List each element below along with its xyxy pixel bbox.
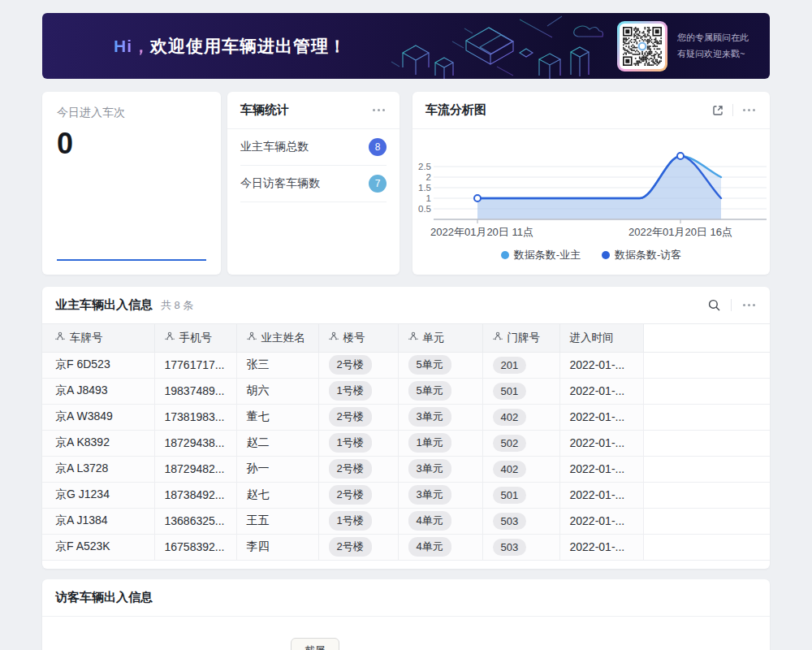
table-row[interactable]: 京A W384917381983...董七2号楼3单元4022022-01-..…: [42, 404, 770, 430]
tag: 2号楼: [329, 485, 372, 505]
cell-building: 1号楼: [318, 508, 398, 534]
table-row[interactable]: 京A J138413686325...王五1号楼4单元5032022-01-..…: [42, 508, 770, 534]
cell-building: 1号楼: [318, 430, 398, 456]
banner-title: Hi，欢迎使用车辆进出管理！: [114, 35, 347, 58]
tag: 2号楼: [329, 355, 372, 375]
vehicle-stats-card: 车辆统计 业主车辆总数8今日访客车辆数7: [227, 92, 400, 275]
hierarchy-icon: [165, 332, 175, 344]
cell-phone: 13686325...: [154, 508, 236, 534]
cell-phone: 16758392...: [154, 534, 236, 560]
cell-filler: [643, 404, 770, 430]
cell-door: 201: [482, 352, 559, 378]
cell-door: 501: [482, 482, 559, 508]
cell-entry-time: 2022-01-...: [559, 482, 643, 508]
tag: 5单元: [408, 381, 451, 401]
cell-plate: 京F 6D523: [42, 352, 154, 378]
cell-filler: [643, 508, 770, 534]
stat-row: 业主车辆总数8: [240, 129, 387, 166]
table-row[interactable]: 京G J123418738492...赵七2号楼3单元5012022-01-..…: [42, 482, 770, 508]
column-header-1[interactable]: 车牌号: [42, 324, 154, 352]
svg-text:2.5: 2.5: [418, 162, 431, 171]
banner-illustration: [367, 13, 635, 79]
table-row[interactable]: 京A J849319837489...胡六1号楼5单元5012022-01-..…: [42, 378, 770, 404]
banner-greeting-text: 欢迎使用车辆进出管理！: [150, 37, 347, 55]
cell-plate: 京A L3728: [42, 456, 154, 482]
cell-plate: 京A J1384: [42, 508, 154, 534]
cell-owner-name: 王五: [236, 508, 318, 534]
tag: 3单元: [408, 459, 451, 479]
more-menu-icon[interactable]: [371, 106, 387, 115]
tag: 503: [493, 539, 527, 556]
cell-unit: 3单元: [398, 482, 482, 508]
tag: 402: [493, 409, 527, 426]
cell-entry-time: 2022-01-...: [559, 456, 643, 482]
legend-item[interactable]: 数据条数-访客: [602, 248, 681, 262]
cell-filler: [643, 534, 770, 560]
cell-phone: 18729482...: [154, 456, 236, 482]
tag: 2号楼: [329, 537, 372, 557]
cell-door: 503: [482, 534, 559, 560]
cell-building: 1号楼: [318, 378, 398, 404]
cell-owner-name: 赵七: [236, 482, 318, 508]
cell-door: 402: [482, 456, 559, 482]
today-entry-card: 今日进入车次 0: [42, 92, 221, 275]
screenshot-button[interactable]: 截屏: [291, 638, 339, 650]
banner-qr-section: 您的专属顾问在此 有疑问欢迎来戳~: [617, 13, 749, 79]
cell-phone: 18738492...: [154, 482, 236, 508]
cell-plate: 京G J1234: [42, 482, 154, 508]
qr-caption: 您的专属顾问在此 有疑问欢迎来戳~: [677, 30, 749, 63]
cell-building: 2号楼: [318, 456, 398, 482]
owner-table-count: 共 8 条: [161, 298, 193, 313]
traffic-chart-card: 车流分析图 0.511.522.52022年01月20日 11点2022年01月…: [412, 92, 770, 275]
tag: 503: [493, 513, 527, 530]
more-menu-icon[interactable]: [741, 301, 757, 310]
expand-icon[interactable]: [711, 104, 724, 117]
tag: 3单元: [408, 485, 451, 505]
cell-plate: 京A K8392: [42, 430, 154, 456]
cell-phone: 19837489...: [154, 378, 236, 404]
column-header-5[interactable]: 单元: [398, 324, 482, 352]
column-header-6[interactable]: 门牌号: [482, 324, 559, 352]
column-header-7[interactable]: 进入时间: [559, 324, 643, 352]
cell-entry-time: 2022-01-...: [559, 404, 643, 430]
cell-filler: [643, 430, 770, 456]
cell-filler: [643, 456, 770, 482]
hierarchy-icon: [247, 332, 257, 344]
column-header-2[interactable]: 手机号: [154, 324, 236, 352]
cell-owner-name: 胡六: [236, 378, 318, 404]
table-row[interactable]: 京A K839218729438...赵二1号楼1单元5022022-01-..…: [42, 430, 770, 456]
stat-count-badge: 8: [369, 138, 387, 156]
cell-entry-time: 2022-01-...: [559, 534, 643, 560]
qr-frame: [617, 21, 667, 72]
hierarchy-icon: [408, 332, 418, 344]
column-header-3[interactable]: 业主姓名: [236, 324, 318, 352]
tag: 3单元: [408, 407, 451, 427]
legend-label: 数据条数-业主: [514, 248, 581, 262]
svg-text:1.5: 1.5: [418, 183, 431, 193]
svg-text:1: 1: [426, 193, 431, 203]
divider: [732, 104, 733, 116]
tag: 4单元: [408, 511, 451, 531]
legend-item[interactable]: 数据条数-业主: [501, 248, 581, 262]
cell-building: 2号楼: [318, 352, 398, 378]
svg-text:2022年01月20日 16点: 2022年01月20日 16点: [628, 226, 732, 238]
search-icon[interactable]: [707, 298, 721, 312]
cell-building: 2号楼: [318, 404, 398, 430]
qr-code: [623, 27, 662, 66]
stat-row: 今日访客车辆数7: [240, 166, 387, 202]
hierarchy-icon: [493, 332, 503, 344]
cell-entry-time: 2022-01-...: [559, 352, 643, 378]
more-menu-icon[interactable]: [741, 106, 757, 115]
table-row[interactable]: 京F 6D52317761717...张三2号楼5单元2012022-01-..…: [42, 352, 770, 378]
column-header-4[interactable]: 楼号: [318, 324, 398, 352]
tag: 501: [493, 383, 527, 400]
cell-filler: [643, 352, 770, 378]
cell-door: 502: [482, 430, 559, 456]
table-row[interactable]: 京F A523K16758392...李四2号楼4单元5032022-01-..…: [42, 534, 770, 560]
traffic-line-chart: 0.511.522.52022年01月20日 11点2022年01月20日 16…: [412, 129, 770, 243]
cell-unit: 3单元: [398, 456, 482, 482]
table-row[interactable]: 京A L372818729482...孙一2号楼3单元4022022-01-..…: [42, 456, 770, 482]
column-header-filler: [643, 324, 770, 352]
stat-count-badge: 7: [369, 175, 387, 193]
tag: 2号楼: [329, 407, 372, 427]
